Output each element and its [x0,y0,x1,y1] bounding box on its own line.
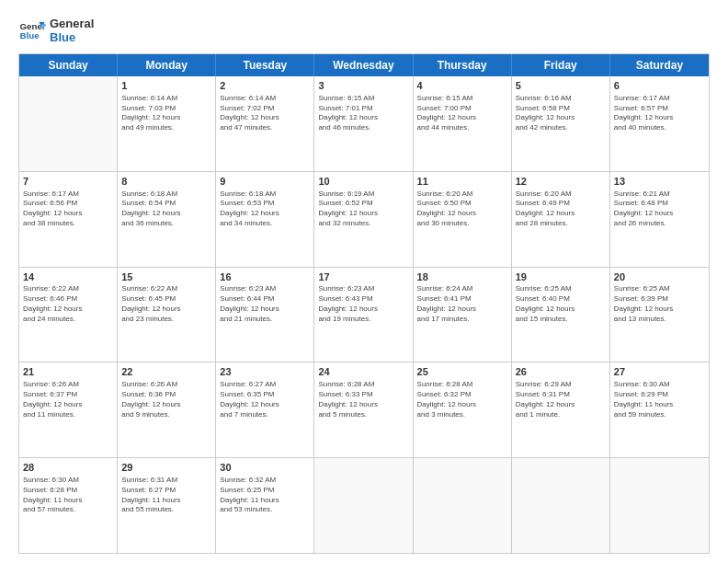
empty-cell [19,76,118,171]
day-info: Sunrise: 6:19 AM Sunset: 6:52 PM Dayligh… [318,190,408,229]
day-info: Sunrise: 6:16 AM Sunset: 6:58 PM Dayligh… [516,94,606,133]
day-cell-2: 2Sunrise: 6:14 AM Sunset: 7:02 PM Daylig… [216,76,314,171]
logo-blue: Blue [50,30,94,44]
day-info: Sunrise: 6:24 AM Sunset: 6:41 PM Dayligh… [417,284,507,324]
weekday-header-sunday: Sunday [19,54,118,76]
day-number: 17 [318,270,408,284]
day-cell-18: 18Sunrise: 6:24 AM Sunset: 6:41 PM Dayli… [414,268,512,362]
day-info: Sunrise: 6:32 AM Sunset: 6:25 PM Dayligh… [220,476,310,515]
day-info: Sunrise: 6:15 AM Sunset: 7:01 PM Dayligh… [318,94,408,133]
weekday-header-wednesday: Wednesday [314,54,413,76]
svg-text:Blue: Blue [20,30,40,40]
day-number: 6 [614,79,705,93]
day-cell-10: 10Sunrise: 6:19 AM Sunset: 6:52 PM Dayli… [314,172,413,267]
day-number: 2 [220,79,310,93]
day-cell-22: 22Sunrise: 6:26 AM Sunset: 6:36 PM Dayli… [118,362,216,457]
day-number: 3 [318,79,408,93]
day-number: 4 [417,79,507,93]
day-info: Sunrise: 6:20 AM Sunset: 6:50 PM Dayligh… [417,190,507,229]
calendar-row-2: 7Sunrise: 6:17 AM Sunset: 6:56 PM Daylig… [19,172,709,268]
day-info: Sunrise: 6:25 AM Sunset: 6:40 PM Dayligh… [516,284,606,324]
day-number: 10 [318,175,408,189]
day-number: 18 [417,270,507,284]
day-cell-13: 13Sunrise: 6:21 AM Sunset: 6:48 PM Dayli… [610,172,709,267]
day-number: 30 [220,461,310,475]
calendar-row-1: 1Sunrise: 6:14 AM Sunset: 7:03 PM Daylig… [19,76,709,172]
empty-cell [610,458,709,553]
day-info: Sunrise: 6:17 AM Sunset: 6:57 PM Dayligh… [614,94,705,133]
day-info: Sunrise: 6:21 AM Sunset: 6:48 PM Dayligh… [614,190,705,229]
weekday-header-tuesday: Tuesday [216,54,314,76]
day-cell-19: 19Sunrise: 6:25 AM Sunset: 6:40 PM Dayli… [512,268,610,362]
day-cell-23: 23Sunrise: 6:27 AM Sunset: 6:35 PM Dayli… [216,362,314,457]
logo: General Blue General Blue [18,17,94,44]
day-number: 28 [23,461,113,475]
day-number: 9 [220,175,310,189]
calendar-row-5: 28Sunrise: 6:30 AM Sunset: 6:28 PM Dayli… [19,458,709,553]
day-cell-20: 20Sunrise: 6:25 AM Sunset: 6:39 PM Dayli… [610,268,709,362]
day-info: Sunrise: 6:20 AM Sunset: 6:49 PM Dayligh… [516,190,606,229]
day-cell-9: 9Sunrise: 6:18 AM Sunset: 6:53 PM Daylig… [216,172,314,267]
day-number: 16 [220,270,310,284]
logo-general: General [50,17,94,30]
day-cell-4: 4Sunrise: 6:15 AM Sunset: 7:00 PM Daylig… [414,76,512,171]
day-info: Sunrise: 6:30 AM Sunset: 6:28 PM Dayligh… [23,476,113,515]
day-number: 1 [121,79,211,93]
day-info: Sunrise: 6:29 AM Sunset: 6:31 PM Dayligh… [516,380,606,419]
day-number: 15 [121,270,211,284]
calendar-row-3: 14Sunrise: 6:22 AM Sunset: 6:46 PM Dayli… [19,268,709,363]
day-number: 14 [23,270,113,284]
day-cell-14: 14Sunrise: 6:22 AM Sunset: 6:46 PM Dayli… [19,268,118,362]
day-cell-24: 24Sunrise: 6:28 AM Sunset: 6:33 PM Dayli… [314,362,413,457]
day-cell-26: 26Sunrise: 6:29 AM Sunset: 6:31 PM Dayli… [512,362,610,457]
day-info: Sunrise: 6:27 AM Sunset: 6:35 PM Dayligh… [220,380,310,419]
day-cell-30: 30Sunrise: 6:32 AM Sunset: 6:25 PM Dayli… [216,458,314,553]
page-header: General Blue General Blue [18,17,710,44]
weekday-header-friday: Friday [512,54,610,76]
day-number: 25 [417,365,507,379]
day-number: 24 [318,365,408,379]
day-cell-21: 21Sunrise: 6:26 AM Sunset: 6:37 PM Dayli… [19,362,118,457]
day-cell-1: 1Sunrise: 6:14 AM Sunset: 7:03 PM Daylig… [118,76,216,171]
day-info: Sunrise: 6:22 AM Sunset: 6:45 PM Dayligh… [121,284,211,324]
weekday-header-thursday: Thursday [414,54,512,76]
day-cell-5: 5Sunrise: 6:16 AM Sunset: 6:58 PM Daylig… [512,76,610,171]
day-cell-16: 16Sunrise: 6:23 AM Sunset: 6:44 PM Dayli… [216,268,314,362]
day-info: Sunrise: 6:22 AM Sunset: 6:46 PM Dayligh… [23,284,113,324]
day-info: Sunrise: 6:28 AM Sunset: 6:33 PM Dayligh… [318,380,408,419]
day-number: 21 [23,365,113,379]
day-number: 20 [614,270,705,284]
day-cell-11: 11Sunrise: 6:20 AM Sunset: 6:50 PM Dayli… [414,172,512,267]
day-info: Sunrise: 6:28 AM Sunset: 6:32 PM Dayligh… [417,380,507,419]
day-info: Sunrise: 6:17 AM Sunset: 6:56 PM Dayligh… [23,190,113,229]
day-cell-8: 8Sunrise: 6:18 AM Sunset: 6:54 PM Daylig… [118,172,216,267]
day-number: 23 [220,365,310,379]
empty-cell [414,458,512,553]
empty-cell [314,458,413,553]
day-cell-29: 29Sunrise: 6:31 AM Sunset: 6:27 PM Dayli… [118,458,216,553]
day-info: Sunrise: 6:31 AM Sunset: 6:27 PM Dayligh… [121,476,211,515]
day-cell-17: 17Sunrise: 6:23 AM Sunset: 6:43 PM Dayli… [314,268,413,362]
weekday-header-monday: Monday [118,54,216,76]
day-info: Sunrise: 6:14 AM Sunset: 7:02 PM Dayligh… [220,94,310,133]
day-number: 27 [614,365,705,379]
day-number: 26 [516,365,606,379]
day-cell-27: 27Sunrise: 6:30 AM Sunset: 6:29 PM Dayli… [610,362,709,457]
day-number: 8 [121,175,211,189]
day-cell-15: 15Sunrise: 6:22 AM Sunset: 6:45 PM Dayli… [118,268,216,362]
day-info: Sunrise: 6:14 AM Sunset: 7:03 PM Dayligh… [121,94,211,133]
calendar-body: 1Sunrise: 6:14 AM Sunset: 7:03 PM Daylig… [19,76,709,553]
day-number: 12 [516,175,606,189]
day-number: 5 [516,79,606,93]
day-cell-7: 7Sunrise: 6:17 AM Sunset: 6:56 PM Daylig… [19,172,118,267]
day-cell-12: 12Sunrise: 6:20 AM Sunset: 6:49 PM Dayli… [512,172,610,267]
day-info: Sunrise: 6:30 AM Sunset: 6:29 PM Dayligh… [614,380,705,419]
day-cell-6: 6Sunrise: 6:17 AM Sunset: 6:57 PM Daylig… [610,76,709,171]
day-info: Sunrise: 6:26 AM Sunset: 6:37 PM Dayligh… [23,380,113,419]
calendar: SundayMondayTuesdayWednesdayThursdayFrid… [18,53,710,554]
day-cell-28: 28Sunrise: 6:30 AM Sunset: 6:28 PM Dayli… [19,458,118,553]
day-info: Sunrise: 6:15 AM Sunset: 7:00 PM Dayligh… [417,94,507,133]
empty-cell [512,458,610,553]
day-number: 22 [121,365,211,379]
calendar-row-4: 21Sunrise: 6:26 AM Sunset: 6:37 PM Dayli… [19,362,709,458]
